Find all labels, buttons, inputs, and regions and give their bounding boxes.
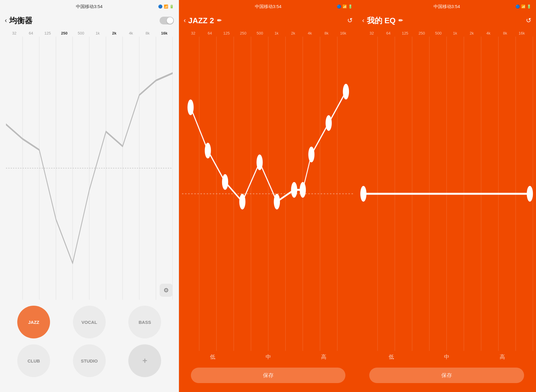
eq-chart-2[interactable] <box>182 37 355 351</box>
eq-chart-3[interactable] <box>360 37 533 351</box>
freq2-1k: 1k <box>268 31 285 35</box>
title-text-3: 我的 EQ <box>367 15 396 26</box>
eq-svg-2 <box>182 37 355 351</box>
freq-250: 250 <box>56 31 73 35</box>
eq-toggle[interactable] <box>160 17 174 24</box>
battery-icon-2: 🔋 <box>348 4 353 9</box>
svg-point-45 <box>360 186 367 202</box>
svg-point-31 <box>325 115 332 131</box>
battery-icon: 🔋 <box>169 4 174 9</box>
freq-labels-1: 32 64 125 250 500 1k 2k 4k 8k 16k <box>0 31 179 35</box>
freq-1k: 1k <box>89 31 106 35</box>
status-bar-3: 中国移动3:54 🔵 📶 🔋 <box>357 0 536 13</box>
freq-500: 500 <box>73 31 89 35</box>
eq-svg-1 <box>6 37 173 300</box>
reset-button-3[interactable]: ↺ <box>526 17 531 24</box>
range-high-3: 高 <box>474 353 530 360</box>
freq-32: 32 <box>6 31 23 35</box>
range-high-2: 高 <box>296 353 352 360</box>
settings-button[interactable]: ⚙ <box>160 284 173 297</box>
status-icons-3: 🔵 📶 🔋 <box>515 4 531 9</box>
freq3-16k: 16k <box>513 31 530 35</box>
range-low-3: 低 <box>363 353 419 360</box>
svg-point-26 <box>256 154 263 170</box>
svg-point-27 <box>274 194 280 210</box>
wifi-icon-2: 📶 <box>342 4 347 9</box>
page-title-1: 均衡器 <box>9 15 32 26</box>
presets-row-2: CLUB STUDIO + <box>6 344 173 377</box>
preset-vocal[interactable]: VOCAL <box>73 306 106 338</box>
edit-icon-2[interactable]: ✏ <box>217 17 222 24</box>
preset-jazz[interactable]: JAZZ <box>17 306 50 338</box>
svg-point-25 <box>239 194 245 210</box>
freq-125: 125 <box>39 31 56 35</box>
freq2-8k: 8k <box>318 31 335 35</box>
back-button-1[interactable]: ‹ <box>5 17 7 24</box>
freq-labels-3: 32 64 125 250 500 1k 2k 4k 8k 16k <box>357 31 536 35</box>
freq2-16k: 16k <box>335 31 351 35</box>
preset-club[interactable]: CLUB <box>17 344 50 377</box>
svg-point-24 <box>222 174 228 190</box>
freq2-250: 250 <box>235 31 252 35</box>
back-button-3[interactable]: ‹ <box>362 17 364 24</box>
freq-labels-2: 32 64 125 250 500 1k 2k 4k 8k 16k <box>179 31 358 35</box>
range-mid-3: 中 <box>419 353 475 360</box>
nav-bar-1: ‹ 均衡器 <box>0 13 179 28</box>
range-mid-2: 中 <box>240 353 296 360</box>
preset-studio[interactable]: STUDIO <box>73 344 106 377</box>
title-text-2: JAZZ 2 <box>188 16 214 25</box>
freq3-4k: 4k <box>480 31 497 35</box>
status-time-2: 中国移动3:54 <box>255 4 281 10</box>
range-labels-2: 低 中 高 <box>179 353 358 360</box>
battery-icon-3: 🔋 <box>527 4 531 9</box>
freq2-125: 125 <box>218 31 235 35</box>
freq3-2k: 2k <box>463 31 480 35</box>
freq2-4k: 4k <box>301 31 318 35</box>
back-button-2[interactable]: ‹ <box>184 17 186 24</box>
wifi-icon-3: 📶 <box>521 4 526 9</box>
edit-icon-3[interactable]: ✏ <box>398 17 403 24</box>
eq-chart-1: ⚙ <box>6 37 173 300</box>
status-bar-1: 中国移动3:54 🔵 📶 🔋 <box>0 0 179 13</box>
freq-2k: 2k <box>106 31 123 35</box>
freq-16k: 16k <box>156 31 173 35</box>
status-time-1: 中国移动3:54 <box>76 4 102 10</box>
status-icons-1: 🔵 📶 🔋 <box>158 4 174 9</box>
preset-add-button[interactable]: + <box>128 344 161 377</box>
save-button-3[interactable]: 保存 <box>369 368 524 383</box>
freq3-250: 250 <box>413 31 430 35</box>
freq3-8k: 8k <box>497 31 513 35</box>
page-title-3: 我的 EQ ✏ <box>367 15 403 26</box>
freq-8k: 8k <box>139 31 156 35</box>
status-icons-2: 🔵 📶 🔋 <box>337 4 353 9</box>
freq3-64: 64 <box>380 31 397 35</box>
svg-point-29 <box>300 182 306 198</box>
range-labels-3: 低 中 高 <box>357 353 536 360</box>
gear-icon: ⚙ <box>163 287 169 294</box>
save-button-2[interactable]: 保存 <box>191 368 346 383</box>
svg-point-23 <box>205 143 211 158</box>
bluetooth-icon: 🔵 <box>158 4 163 9</box>
freq2-2k: 2k <box>285 31 301 35</box>
svg-point-28 <box>291 182 297 198</box>
panel-myeq: 中国移动3:54 🔵 📶 🔋 ‹ 我的 EQ ✏ ↺ 32 64 125 250… <box>357 0 536 392</box>
freq3-500: 500 <box>430 31 447 35</box>
bluetooth-icon-2: 🔵 <box>337 4 341 9</box>
svg-point-22 <box>187 99 194 115</box>
freq2-64: 64 <box>202 31 218 35</box>
freq3-125: 125 <box>397 31 413 35</box>
freq3-32: 32 <box>363 31 380 35</box>
reset-button-2[interactable]: ↺ <box>347 17 353 24</box>
freq2-32: 32 <box>185 31 202 35</box>
panel-equalizer: 中国移动3:54 🔵 📶 🔋 ‹ 均衡器 32 64 125 250 500 1… <box>0 0 179 392</box>
eq-svg-3 <box>360 37 533 351</box>
presets-section: JAZZ VOCAL BASS CLUB STUDIO + <box>0 300 179 392</box>
bluetooth-icon-3: 🔵 <box>515 4 520 9</box>
presets-row-1: JAZZ VOCAL BASS <box>6 306 173 338</box>
wifi-icon: 📶 <box>164 4 168 9</box>
panel-jazz2: 中国移动3:54 🔵 📶 🔋 ‹ JAZZ 2 ✏ ↺ 32 64 125 25… <box>179 0 358 392</box>
status-bar-2: 中国移动3:54 🔵 📶 🔋 <box>179 0 358 13</box>
freq-4k: 4k <box>123 31 139 35</box>
preset-bass[interactable]: BASS <box>128 306 161 338</box>
freq3-1k: 1k <box>447 31 463 35</box>
